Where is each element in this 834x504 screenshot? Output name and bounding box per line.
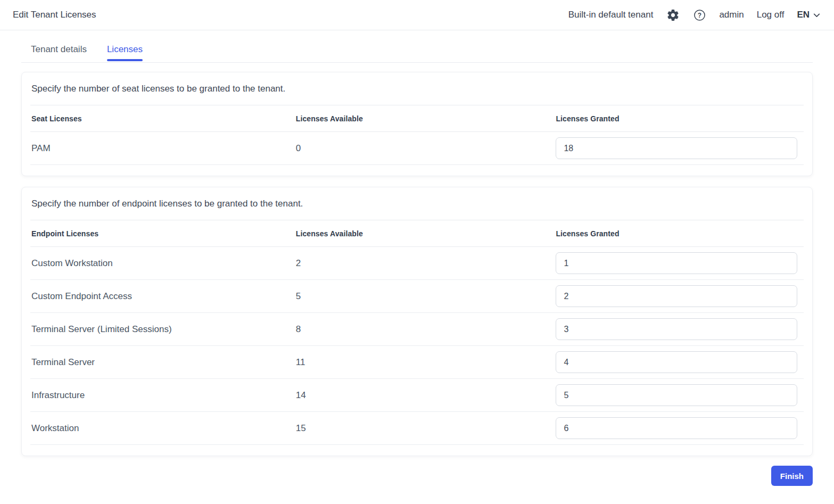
svg-text:?: ? <box>698 11 701 19</box>
language-label: EN <box>797 10 810 20</box>
column-header-licenses-granted: Licenses Granted <box>555 229 804 238</box>
licenses-available-value: 0 <box>295 143 555 154</box>
licenses-granted-input[interactable] <box>556 351 797 373</box>
endpoint-license-row: Workstation 15 <box>30 412 804 445</box>
endpoint-license-row: Terminal Server (Limited Sessions) 8 <box>30 313 804 346</box>
license-name: PAM <box>30 143 295 154</box>
column-header-endpoint-licenses: Endpoint Licenses <box>30 229 295 238</box>
column-header-seat-licenses: Seat Licenses <box>30 114 295 123</box>
logoff-button[interactable]: Log off <box>757 10 785 20</box>
license-name: Terminal Server (Limited Sessions) <box>30 324 295 335</box>
endpoint-licenses-card: Specify the number of endpoint licenses … <box>21 187 813 456</box>
tab-tenant-details[interactable]: Tenant details <box>31 44 87 62</box>
settings-gear-icon[interactable] <box>666 8 680 22</box>
licenses-granted-cell <box>555 252 804 274</box>
current-tenant-label: Built-in default tenant <box>568 10 654 20</box>
licenses-granted-input[interactable] <box>556 285 797 307</box>
top-bar: Edit Tenant Licenses Built-in default te… <box>0 0 834 30</box>
licenses-granted-input[interactable] <box>556 252 797 274</box>
license-name: Custom Endpoint Access <box>30 291 295 302</box>
page-title: Edit Tenant Licenses <box>13 10 96 20</box>
tab-bar: Tenant details Licenses <box>21 30 813 63</box>
seat-licenses-description: Specify the number of seat licenses to b… <box>30 72 804 105</box>
licenses-granted-cell <box>555 137 804 159</box>
licenses-available-value: 5 <box>295 291 555 302</box>
user-menu[interactable]: admin <box>719 10 744 20</box>
license-name: Infrastructure <box>30 390 295 401</box>
licenses-available-value: 11 <box>295 357 555 368</box>
language-selector[interactable]: EN <box>797 10 821 20</box>
license-name: Workstation <box>30 423 295 434</box>
endpoint-license-row: Terminal Server 11 <box>30 346 804 379</box>
help-icon[interactable]: ? <box>692 8 706 22</box>
licenses-granted-input[interactable] <box>556 318 797 340</box>
licenses-granted-cell <box>555 318 804 340</box>
licenses-available-value: 14 <box>295 390 555 401</box>
page-footer: Finish <box>21 466 813 486</box>
licenses-granted-cell <box>555 285 804 307</box>
license-name: Custom Workstation <box>30 258 295 269</box>
endpoint-licenses-table: Endpoint Licenses Licenses Available Lic… <box>30 220 804 456</box>
top-bar-actions: Built-in default tenant ? admin Log off … <box>568 8 821 22</box>
licenses-granted-input[interactable] <box>556 137 797 159</box>
table-header-row: Seat Licenses Licenses Available License… <box>30 105 804 132</box>
finish-button[interactable]: Finish <box>771 466 813 486</box>
licenses-available-value: 2 <box>295 258 555 269</box>
licenses-available-value: 8 <box>295 324 555 335</box>
license-name: Terminal Server <box>30 357 295 368</box>
licenses-granted-cell <box>555 417 804 439</box>
table-header-row: Endpoint Licenses Licenses Available Lic… <box>30 220 804 247</box>
endpoint-license-row: Infrastructure 14 <box>30 379 804 412</box>
seat-licenses-table: Seat Licenses Licenses Available License… <box>30 105 804 176</box>
column-header-licenses-granted: Licenses Granted <box>555 114 804 123</box>
column-header-licenses-available: Licenses Available <box>295 229 555 238</box>
endpoint-license-row: Custom Workstation 2 <box>30 247 804 280</box>
licenses-available-value: 15 <box>295 423 555 434</box>
licenses-granted-cell <box>555 351 804 373</box>
tab-licenses[interactable]: Licenses <box>107 44 143 62</box>
licenses-granted-input[interactable] <box>556 417 797 439</box>
licenses-granted-input[interactable] <box>556 384 797 406</box>
licenses-granted-cell <box>555 384 804 406</box>
endpoint-license-row: Custom Endpoint Access 5 <box>30 280 804 313</box>
seat-license-row: PAM 0 <box>30 132 804 165</box>
chevron-down-icon <box>812 11 821 20</box>
seat-licenses-card: Specify the number of seat licenses to b… <box>21 72 813 176</box>
column-header-licenses-available: Licenses Available <box>295 114 555 123</box>
endpoint-licenses-description: Specify the number of endpoint licenses … <box>30 187 804 220</box>
